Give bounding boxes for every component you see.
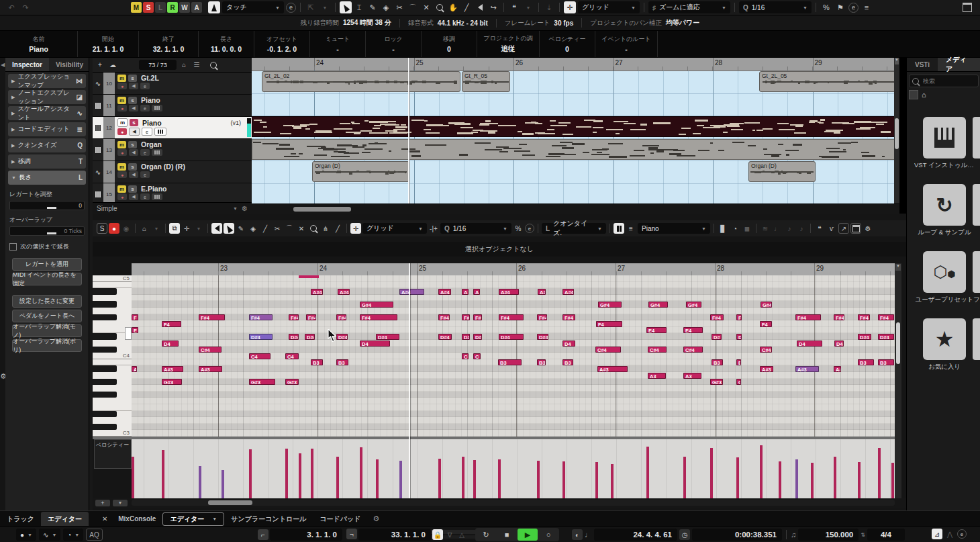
editor-vscroll-thumb[interactable] (896, 322, 900, 364)
velocity-lane-label[interactable]: ベロシティー (94, 439, 132, 469)
overlap-slider-handle[interactable] (47, 232, 56, 234)
step-input-icon[interactable]: ≋ (760, 223, 771, 234)
editor-vscrollbar[interactable]: ▼ (895, 263, 901, 498)
arrange-grid[interactable]: Gt_2L_02Gt_R_05Gt_2L_05Organ (D)Organ (D… (252, 71, 899, 214)
goto-right-locator-icon[interactable]: ¬ (346, 529, 357, 539)
velocity-bar[interactable] (683, 457, 686, 498)
zone-tab-トラック[interactable]: トラック (0, 512, 41, 527)
info-field[interactable]: 移調0 (422, 31, 477, 57)
overlap-slider[interactable]: 0 Ticks (9, 226, 85, 236)
midi-note[interactable]: E (132, 327, 138, 333)
audio-activity-selector[interactable]: ∿▼ (39, 529, 60, 541)
add-controller-lane-button[interactable]: + (95, 500, 110, 506)
monitor-button[interactable]: ◀ (129, 83, 138, 89)
quantize-panel-icon[interactable]: ⚑ (834, 1, 846, 13)
midi-note[interactable]: B3 (336, 359, 348, 365)
midi-note[interactable]: A#3 (162, 366, 183, 372)
midi-note[interactable]: D#4 (289, 334, 299, 340)
midi-note[interactable]: F4 (596, 321, 622, 327)
velocity-bar[interactable] (376, 459, 379, 498)
editor-erase-tool[interactable]: ◈ (248, 223, 258, 234)
velocity-bar[interactable] (311, 449, 313, 498)
solo-button[interactable]: s (128, 97, 137, 104)
monitor-button[interactable]: ◀ (129, 105, 138, 111)
length-action-button[interactable]: オーバーラップ解消(ポリ) (12, 339, 82, 352)
record-enable-button[interactable]: ● (117, 149, 127, 156)
range-select-tool[interactable]: ⌶ (353, 1, 365, 13)
black-key[interactable] (93, 379, 117, 386)
footer-gear-icon[interactable]: ⚙ (242, 205, 248, 212)
midi-note[interactable]: A#4 (438, 289, 451, 295)
automation-panel-icon[interactable] (208, 1, 220, 13)
midi-note[interactable]: B3 (562, 359, 573, 365)
time-signature-field[interactable]: 4/4 (867, 529, 905, 541)
mute-button[interactable]: m (117, 97, 126, 104)
editor-snap-type-select[interactable]: グリッド▼ (362, 223, 427, 234)
midi-note[interactable]: B3 (311, 359, 323, 365)
comp-tool[interactable]: ✋ (447, 1, 459, 13)
midi-note[interactable]: C (473, 353, 481, 359)
constrain-delay-icon[interactable]: ⇱ (305, 1, 317, 13)
midi-note[interactable]: G#3 (249, 379, 275, 385)
midi-note[interactable]: F#4 (438, 314, 450, 320)
editor-trim-tool[interactable]: ╱ (260, 223, 271, 234)
length-action-button[interactable]: MIDI イベントの長さを固定 (12, 273, 82, 285)
snap-type-select[interactable]: グリッド▼ (578, 1, 640, 13)
automation-m-button[interactable]: M (131, 2, 142, 13)
black-key[interactable] (93, 347, 117, 353)
line-tool[interactable]: ╱ (460, 1, 473, 13)
velocity-bar[interactable] (595, 462, 598, 498)
feedback-caret-icon[interactable]: ▼ (522, 1, 534, 13)
lock-punch-icon[interactable]: 🔒 (432, 529, 443, 540)
step-insert-icon[interactable]: ♪ (796, 223, 807, 234)
media-search-input[interactable] (922, 77, 971, 85)
instrument-icon[interactable] (152, 149, 162, 156)
midi-note[interactable]: A#4 (562, 289, 574, 295)
midi-note[interactable]: A# (834, 366, 841, 372)
midi-note[interactable]: G#4 (686, 302, 701, 308)
media-search-box[interactable] (909, 75, 979, 87)
audio-alignment-icon[interactable]: ≡ (861, 1, 873, 13)
midi-note[interactable]: D#4 (305, 334, 315, 340)
tempo-field[interactable]: 150.000 (798, 529, 859, 541)
quantize-preset-select[interactable]: Q1/16▼ (739, 1, 812, 13)
midi-note[interactable]: C4 (285, 353, 299, 359)
midi-note[interactable]: B3 (498, 359, 522, 365)
loop-tile-icon[interactable]: ↻ (923, 184, 966, 226)
audio-event[interactable]: Gt_R_05 (462, 71, 510, 92)
midi-note[interactable]: D4 (797, 341, 822, 347)
midi-note[interactable]: D4 (834, 341, 844, 347)
info-field[interactable]: ロック- (366, 31, 422, 57)
editor-feedback-icon[interactable]: ❝ (814, 223, 825, 234)
track-body[interactable]: msPiano●◀e (115, 95, 252, 116)
tempo-stepper-icon[interactable]: ⇅ (861, 532, 865, 538)
right-tab-メディア[interactable]: メディア (938, 58, 980, 71)
velocity-bar[interactable] (299, 453, 301, 498)
midi-note[interactable]: C#4 (595, 347, 621, 353)
edit-channel-button[interactable]: e (140, 171, 150, 178)
note-expression-icon[interactable]: ◼ (742, 223, 752, 234)
midi-note[interactable]: A#3 (199, 366, 222, 372)
velocity-bar[interactable] (710, 448, 713, 498)
midi-note[interactable]: E4 (646, 327, 667, 333)
crosshair-icon[interactable]: ✛ (181, 223, 192, 234)
midi-note[interactable]: A#3 (597, 366, 628, 372)
black-key[interactable] (93, 411, 117, 418)
record-in-editor-button[interactable]: ● (109, 223, 119, 234)
midi-note[interactable]: G#4 (761, 302, 772, 308)
solo-button[interactable]: s (128, 141, 137, 148)
midi-note[interactable]: A#4 (499, 289, 519, 295)
midi-note[interactable]: C4 (249, 353, 271, 359)
editor-select-tool[interactable] (224, 223, 234, 234)
velocity-bar[interactable] (760, 445, 763, 498)
crosshair-caret-icon[interactable]: ▼ (193, 223, 204, 234)
velocity-bar[interactable] (222, 470, 224, 498)
play-tool[interactable] (474, 1, 486, 13)
black-key[interactable] (93, 365, 117, 372)
midi-part-selected[interactable] (252, 116, 895, 137)
instrument-icon[interactable] (154, 128, 166, 136)
arrange-vscrollbar[interactable]: ▼ (894, 58, 899, 214)
info-field[interactable]: イベントのルート- (595, 31, 658, 57)
midi-note[interactable]: F#4 (199, 314, 225, 320)
editor-setup-gear-icon[interactable]: ⚙ (863, 223, 873, 234)
